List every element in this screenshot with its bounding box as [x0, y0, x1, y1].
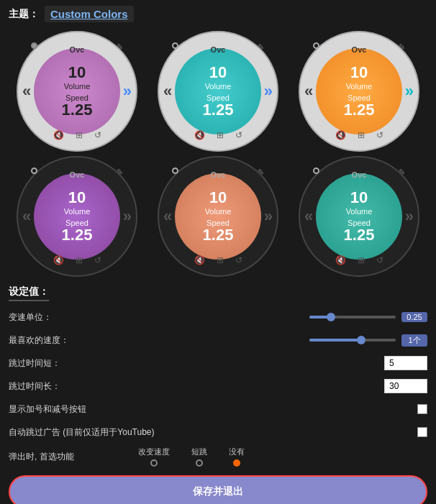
radio-option-6-1[interactable]: 短跳	[191, 446, 207, 467]
radio-option-label-6-2: 没有	[229, 446, 245, 457]
radio-dot-2[interactable]	[172, 42, 178, 49]
edit-icon-5[interactable]: ✎	[258, 168, 264, 177]
dial-outer-1[interactable]: Ovc ✎ « » 10 Volume Speed 1.25 🔇 ⊞ ↺	[17, 31, 137, 152]
arrow-right-5[interactable]: »	[264, 207, 273, 226]
dial-inner-3: 10 Volume Speed 1.25	[316, 48, 402, 134]
dial-outer-3[interactable]: Ovc ✎ « » 10 Volume Speed 1.25 🔇 ⊞ ↺	[299, 31, 419, 152]
dial-outer-6[interactable]: Ovc ✎ « » 10 Volume Speed 1.25 🔇 ⊞ ↺	[299, 156, 419, 277]
ovc-label-4: Ovc	[70, 170, 85, 179]
dial-bottom-icons-5: 🔇 ⊞ ↺	[194, 255, 242, 265]
arrow-left-5[interactable]: «	[163, 207, 172, 226]
dial-bottom-icons-1: 🔇 ⊞ ↺	[53, 130, 101, 140]
radio-dot-1[interactable]	[31, 42, 37, 49]
dial-inner-5: 10 Volume Speed 1.25	[175, 173, 261, 260]
theme-item-5[interactable]: Ovc ✎ « » 10 Volume Speed 1.25 🔇 ⊞ ↺	[150, 156, 286, 277]
arrow-left-2[interactable]: «	[163, 82, 172, 101]
setting-label-4: 显示加号和减号按钮	[9, 403, 138, 416]
edit-icon-4[interactable]: ✎	[117, 168, 123, 177]
radio-dot-6[interactable]	[313, 168, 319, 174]
dial-outer-5[interactable]: Ovc ✎ « » 10 Volume Speed 1.25 🔇 ⊞ ↺	[158, 156, 278, 277]
radio-dot-4[interactable]	[31, 168, 37, 174]
arrow-right-6[interactable]: »	[405, 207, 414, 226]
vol-label-2: Volume	[205, 82, 232, 91]
slider-track-0[interactable]	[309, 316, 396, 319]
theme-item-1[interactable]: Ovc ✎ « » 10 Volume Speed 1.25 🔇 ⊞ ↺	[9, 31, 145, 152]
slider-value-1: 1个	[401, 334, 427, 347]
arrow-right-2[interactable]: »	[264, 82, 273, 101]
screenshot-icon-5: ⊞	[217, 255, 224, 265]
dial-bottom-icons-3: 🔇 ⊞ ↺	[335, 130, 383, 140]
arrow-right-4[interactable]: »	[123, 207, 132, 226]
slider-container-0[interactable]	[309, 316, 396, 319]
save-button[interactable]: 保存并退出	[9, 475, 427, 504]
setting-control-1: 1个	[138, 334, 427, 347]
setting-label-5: 自动跳过广告 (目前仅适用于YouTube)	[9, 426, 154, 439]
speed-number-5: 1.25	[203, 227, 234, 243]
dial-inner-6: 10 Volume Speed 1.25	[316, 173, 402, 260]
mute-icon-5: 🔇	[194, 255, 205, 265]
edit-icon-3[interactable]: ✎	[399, 42, 405, 52]
text-input-3[interactable]	[384, 379, 427, 393]
refresh-icon-6: ↺	[376, 255, 383, 265]
arrow-left-1[interactable]: «	[22, 82, 31, 101]
slider-container-1[interactable]	[309, 339, 396, 342]
radio-circle-6-2[interactable]	[233, 459, 240, 467]
edit-icon-6[interactable]: ✎	[399, 168, 405, 177]
vol-number-4: 10	[68, 190, 86, 206]
refresh-icon-1: ↺	[94, 130, 101, 140]
arrow-left-4[interactable]: «	[22, 207, 31, 226]
setting-label-2: 跳过时间短：	[9, 357, 138, 370]
vol-label-6: Volume	[346, 207, 373, 216]
setting-row-6: 弹出时, 首选功能 改变速度 短跳 没有	[9, 446, 427, 467]
slider-thumb-0[interactable]	[327, 313, 335, 321]
dial-outer-2[interactable]: Ovc ✎ « » 10 Volume Speed 1.25 🔇 ⊞ ↺	[158, 31, 278, 152]
dial-bottom-icons-2: 🔇 ⊞ ↺	[194, 130, 242, 140]
arrow-left-3[interactable]: «	[304, 82, 313, 101]
settings-section: 设定值： 变速单位： 0.25 最喜欢的速度：	[9, 285, 427, 504]
theme-link[interactable]: Custom Colors	[45, 6, 134, 22]
text-input-2[interactable]	[384, 356, 427, 370]
dial-bottom-icons-6: 🔇 ⊞ ↺	[335, 255, 383, 265]
vol-label-3: Volume	[346, 82, 373, 91]
edit-icon-1[interactable]: ✎	[117, 42, 123, 52]
refresh-icon-2: ↺	[235, 130, 242, 140]
slider-thumb-1[interactable]	[357, 336, 365, 344]
radio-dot-3[interactable]	[313, 42, 319, 49]
setting-control-2	[138, 356, 427, 370]
arrow-left-6[interactable]: «	[304, 207, 313, 226]
checkbox-5[interactable]	[417, 427, 427, 437]
theme-item-3[interactable]: Ovc ✎ « » 10 Volume Speed 1.25 🔇 ⊞ ↺	[291, 31, 427, 152]
dial-bottom-icons-4: 🔇 ⊞ ↺	[53, 255, 101, 265]
slider-track-1[interactable]	[309, 339, 396, 342]
screenshot-icon-2: ⊞	[217, 130, 224, 140]
ovc-label-1: Ovc	[70, 45, 85, 54]
checkbox-4[interactable]	[417, 404, 427, 414]
radio-option-6-0[interactable]: 改变速度	[138, 446, 170, 467]
setting-control-3	[138, 379, 427, 393]
radio-dot-5[interactable]	[172, 168, 178, 174]
vol-label-4: Volume	[64, 207, 91, 216]
dial-outer-4[interactable]: Ovc ✎ « » 10 Volume Speed 1.25 🔇 ⊞ ↺	[17, 156, 137, 277]
theme-item-6[interactable]: Ovc ✎ « » 10 Volume Speed 1.25 🔇 ⊞ ↺	[291, 156, 427, 277]
radio-option-label-6-0: 改变速度	[138, 446, 170, 457]
radio-option-6-2[interactable]: 没有	[229, 446, 245, 467]
settings-rows: 变速单位： 0.25 最喜欢的速度： 1	[9, 308, 427, 467]
vol-number-1: 10	[68, 65, 86, 81]
radio-circle-6-1[interactable]	[196, 459, 203, 467]
arrow-right-1[interactable]: »	[123, 82, 132, 101]
mute-icon-4: 🔇	[53, 255, 64, 265]
arrow-right-3[interactable]: »	[405, 82, 414, 101]
radio-circle-6-0[interactable]	[150, 459, 158, 467]
theme-item-2[interactable]: Ovc ✎ « » 10 Volume Speed 1.25 🔇 ⊞ ↺	[150, 31, 286, 152]
mute-icon-2: 🔇	[194, 130, 205, 140]
radio-option-label-6-1: 短跳	[191, 446, 207, 457]
mute-icon-1: 🔇	[53, 130, 64, 140]
setting-label-1: 最喜欢的速度：	[9, 334, 138, 347]
header-row: 主题： Custom Colors	[9, 6, 427, 22]
theme-item-4[interactable]: Ovc ✎ « » 10 Volume Speed 1.25 🔇 ⊞ ↺	[9, 156, 145, 277]
edit-icon-2[interactable]: ✎	[258, 42, 264, 52]
screenshot-icon-1: ⊞	[76, 130, 83, 140]
mute-icon-3: 🔇	[335, 130, 346, 140]
vol-number-3: 10	[350, 65, 368, 81]
setting-label-3: 跳过时间长：	[9, 380, 138, 393]
